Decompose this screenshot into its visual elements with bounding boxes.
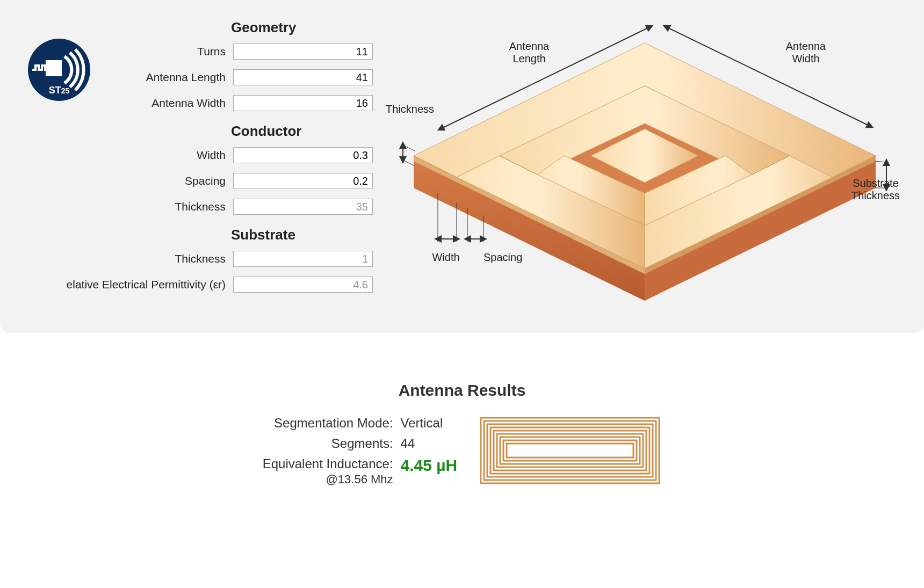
conductor-spacing-input[interactable] <box>233 173 373 189</box>
inductance-note: @13.56 Mhz <box>326 473 393 486</box>
svg-rect-38 <box>507 444 633 458</box>
antenna-width-input[interactable] <box>233 95 373 111</box>
turns-label: Turns <box>0 45 233 58</box>
turns-input[interactable] <box>233 43 373 60</box>
substrate-er-label: elative Electrical Permittivity (εr) <box>0 278 233 291</box>
svg-line-19 <box>403 145 415 151</box>
inductance-label: Equivalent Inductance: <box>263 456 393 471</box>
conductor-spacing-label: Spacing <box>0 175 233 187</box>
substrate-thickness-label: Thickness <box>0 252 233 265</box>
conductor-thickness-input[interactable] <box>233 199 373 215</box>
parameter-form: Geometry Turns Antenna Length Antenna Wi… <box>0 11 376 299</box>
antenna-length-label: Antenna Length <box>0 71 233 84</box>
seg-mode-label: Segmentation Mode: <box>263 416 393 431</box>
callout-antenna-width: AntennaWidth <box>774 40 838 65</box>
segments-value: 44 <box>401 436 458 451</box>
segments-label: Segments: <box>263 436 393 451</box>
antenna-length-input[interactable] <box>233 69 373 85</box>
callout-thickness: Thickness <box>380 103 434 115</box>
section-title-substrate: Substrate <box>231 227 376 243</box>
callout-width: Width <box>424 251 467 264</box>
coil-preview-icon <box>479 416 661 485</box>
svg-line-20 <box>403 160 415 166</box>
substrate-er-input[interactable] <box>233 277 373 293</box>
results-panel: Antenna Results Segmentation Mode: Verti… <box>0 381 924 487</box>
svg-rect-35 <box>497 434 643 467</box>
conductor-width-label: Width <box>0 149 233 162</box>
callout-substrate-thickness: SubstrateThickness <box>843 177 908 202</box>
antenna-width-label: Antenna Width <box>0 97 233 110</box>
results-title: Antenna Results <box>0 381 924 400</box>
section-title-conductor: Conductor <box>231 123 376 140</box>
callout-spacing: Spacing <box>483 251 537 264</box>
svg-rect-32 <box>487 424 653 477</box>
parameters-panel: ST25 Geometry Turns Antenna Length Anten… <box>0 0 924 333</box>
section-title-geometry: Geometry <box>231 19 376 36</box>
conductor-thickness-label: Thickness <box>0 200 233 213</box>
callout-antenna-length: AntennaLength <box>497 40 561 65</box>
svg-line-22 <box>875 161 886 162</box>
substrate-thickness-input[interactable] <box>233 251 373 267</box>
conductor-width-input[interactable] <box>233 147 373 163</box>
inductance-value: 4.45 µH <box>401 456 458 487</box>
seg-mode-value: Vertical <box>401 416 458 431</box>
